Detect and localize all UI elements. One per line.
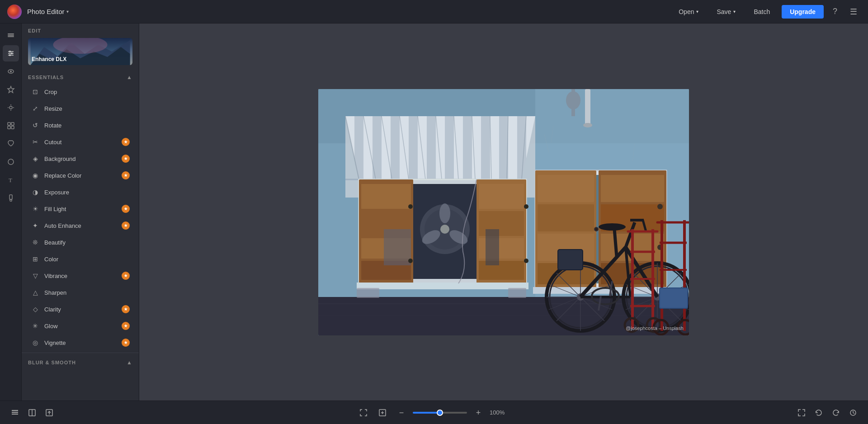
tool-label-8: Auto Enhance <box>44 222 117 229</box>
fullscreen-btn[interactable] <box>794 405 809 420</box>
svg-point-10 <box>10 71 12 72</box>
enhance-dlx-thumbnail[interactable]: Enhance DLX <box>28 38 132 65</box>
bottom-toolbar: − + 100% <box>0 400 868 424</box>
tool-item-crop[interactable]: ⊡ Crop <box>24 84 136 100</box>
tool-icon-13: ◇ <box>31 305 40 314</box>
premium-badge-5: ★ <box>122 171 130 179</box>
sliders-icon-btn[interactable] <box>3 45 19 61</box>
shape-icon-btn[interactable] <box>3 154 19 170</box>
svg-rect-49 <box>585 89 590 125</box>
tool-icon-8: ✦ <box>31 221 40 230</box>
text-icon-btn[interactable]: T <box>3 172 19 188</box>
blur-smooth-toggle-icon[interactable]: ▲ <box>127 359 132 366</box>
bottom-left-buttons <box>7 405 57 420</box>
tool-item-vignette[interactable]: ◎ Vignette ★ <box>24 334 136 351</box>
svg-rect-20 <box>11 126 14 129</box>
tool-item-auto-enhance[interactable]: ✦ Auto Enhance ★ <box>24 217 136 234</box>
premium-badge-4: ★ <box>122 155 130 163</box>
svg-rect-78 <box>538 204 594 231</box>
svg-rect-56 <box>361 184 411 209</box>
svg-rect-23 <box>9 195 12 199</box>
tool-icon-11: ▽ <box>31 271 40 280</box>
svg-point-87 <box>595 228 598 231</box>
photo-canvas: @josephcosta – Unsplash <box>318 89 689 335</box>
svg-rect-19 <box>8 126 10 129</box>
actual-size-btn[interactable] <box>375 405 390 420</box>
history-btn[interactable] <box>845 405 861 420</box>
tool-label-6: Exposure <box>44 189 130 196</box>
blur-smooth-divider <box>22 353 139 353</box>
svg-point-91 <box>524 204 528 209</box>
svg-rect-0 <box>8 33 14 34</box>
tool-icon-15: ◎ <box>31 338 40 347</box>
tool-item-clarity[interactable]: ◇ Clarity ★ <box>24 301 136 317</box>
premium-badge-14: ★ <box>122 322 130 330</box>
svg-rect-71 <box>357 283 528 289</box>
tool-icon-9: ❊ <box>31 238 40 247</box>
svg-rect-152 <box>357 288 379 298</box>
tool-item-vibrance[interactable]: ▽ Vibrance ★ <box>24 268 136 284</box>
app-logo <box>7 5 22 19</box>
tool-label-11: Vibrance <box>44 273 117 279</box>
effects-icon-btn[interactable] <box>3 99 19 116</box>
app-name-label: Photo Editor ▾ <box>27 8 69 15</box>
svg-line-122 <box>614 229 617 256</box>
tool-item-replace-color[interactable]: ◉ Replace Color ★ <box>24 167 136 184</box>
enhance-thumb-label: Enhance DLX <box>32 56 66 62</box>
brush-icon-btn[interactable] <box>3 190 19 206</box>
tool-icon-6: ◑ <box>31 188 40 197</box>
svg-point-52 <box>566 91 580 109</box>
layers-icon-btn[interactable] <box>3 27 19 43</box>
redo-btn[interactable] <box>828 405 844 420</box>
save-button[interactable]: Save ▾ <box>710 5 742 18</box>
tool-label-13: Clarity <box>44 306 117 313</box>
fit-to-screen-btn[interactable] <box>356 405 371 420</box>
layout-icon-btn[interactable] <box>3 118 19 134</box>
open-button[interactable]: Open ▾ <box>672 5 705 18</box>
zoom-slider[interactable] <box>413 412 467 414</box>
svg-point-8 <box>9 54 11 56</box>
svg-rect-24 <box>10 199 12 201</box>
svg-rect-82 <box>601 175 664 202</box>
blur-smooth-section-header: BLUR & SMOOTH ▲ <box>22 355 139 368</box>
undo-btn[interactable] <box>811 405 826 420</box>
tool-item-background[interactable]: ◈ Background ★ <box>24 151 136 167</box>
tools-list: ⊡ Crop ⤢ Resize ↺ Rotate ✂ Cutout ★ ◈ Ba… <box>22 84 139 351</box>
batch-button[interactable]: Batch <box>747 5 776 18</box>
star-icon-btn[interactable] <box>3 81 19 98</box>
svg-point-93 <box>657 204 663 209</box>
essentials-toggle-icon[interactable]: ▲ <box>127 74 132 80</box>
main-layout: T EDIT <box>0 24 868 400</box>
tool-item-glow[interactable]: ✳ Glow ★ <box>24 318 136 334</box>
tool-item-rotate[interactable]: ↺ Rotate <box>24 117 136 133</box>
svg-point-12 <box>9 106 12 109</box>
eye-icon-btn[interactable] <box>3 63 19 80</box>
tool-item-resize[interactable]: ⤢ Resize <box>24 100 136 117</box>
tool-item-sharpen[interactable]: △ Sharpen <box>24 284 136 301</box>
svg-rect-72 <box>384 229 411 265</box>
svg-rect-153 <box>508 288 526 298</box>
zoom-out-btn[interactable]: − <box>394 405 409 420</box>
zoom-in-btn[interactable]: + <box>471 405 486 420</box>
tool-icon-2: ↺ <box>31 121 40 130</box>
tool-item-beautify[interactable]: ❊ Beautify <box>24 234 136 250</box>
tool-label-14: Glow <box>44 323 117 330</box>
compare-bottom-btn[interactable] <box>24 405 40 420</box>
tool-item-cutout[interactable]: ✂ Cutout ★ <box>24 134 136 150</box>
svg-rect-156 <box>12 414 18 415</box>
tool-label-7: Fill Light <box>44 206 117 212</box>
svg-rect-61 <box>479 184 524 209</box>
left-panel: EDIT Enhance DLX <box>22 24 139 400</box>
heart-icon-btn[interactable] <box>3 136 19 152</box>
tool-icon-0: ⊡ <box>31 87 40 96</box>
help-button[interactable]: ? <box>829 5 841 18</box>
tool-item-fill-light[interactable]: ☀ Fill Light ★ <box>24 201 136 217</box>
menu-button[interactable]: ☰ <box>846 5 861 19</box>
upgrade-button[interactable]: Upgrade <box>782 5 824 19</box>
export-bottom-btn[interactable] <box>42 405 57 420</box>
layers-bottom-btn[interactable] <box>7 405 23 420</box>
tool-item-exposure[interactable]: ◑ Exposure <box>24 184 136 200</box>
premium-badge-15: ★ <box>122 339 130 347</box>
tool-label-3: Cutout <box>44 139 117 146</box>
tool-item-color[interactable]: ⊞ Color <box>24 251 136 267</box>
